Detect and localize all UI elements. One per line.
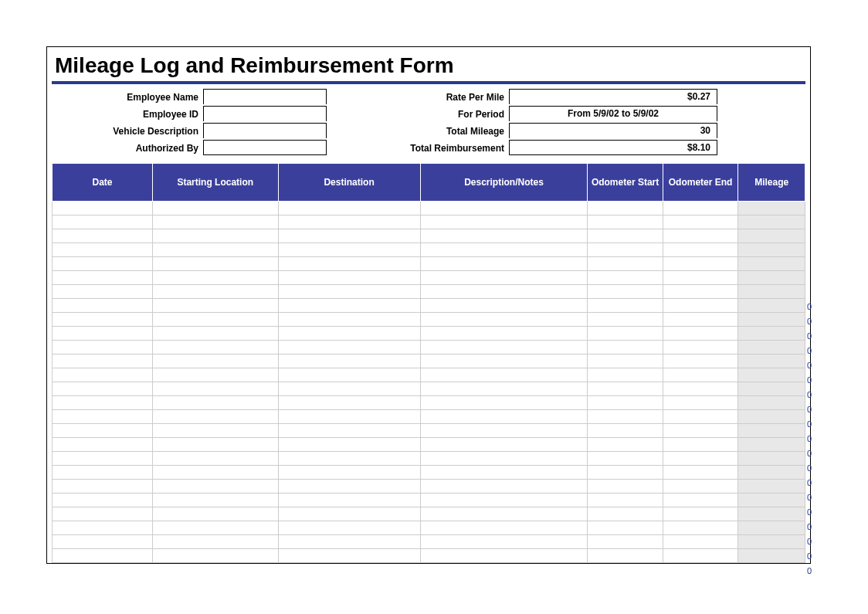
table-cell[interactable] [278,382,420,396]
table-cell[interactable] [420,480,588,494]
table-cell[interactable] [663,466,738,480]
table-cell[interactable] [53,480,153,494]
table-cell[interactable] [278,215,420,229]
table-cell[interactable] [278,202,420,215]
table-cell[interactable] [153,341,279,354]
table-cell[interactable] [153,424,279,438]
table-cell[interactable] [153,466,279,480]
table-cell[interactable] [153,396,279,410]
table-cell[interactable] [588,285,663,299]
table-cell[interactable] [53,549,153,563]
table-cell[interactable] [53,424,153,438]
table-cell[interactable] [420,202,588,215]
table-cell[interactable] [588,521,663,535]
table-cell[interactable] [153,452,279,466]
table-cell[interactable] [663,494,738,507]
table-cell[interactable] [663,368,738,382]
table-cell[interactable] [153,480,279,494]
table-cell[interactable] [53,438,153,452]
table-cell[interactable] [153,354,279,368]
table-cell[interactable] [663,396,738,410]
table-cell[interactable] [278,285,420,299]
table-cell[interactable] [278,549,420,563]
table-cell[interactable] [588,535,663,549]
table-cell[interactable] [53,466,153,480]
table-cell[interactable] [53,285,153,299]
table-cell[interactable] [153,438,279,452]
table-cell[interactable] [588,327,663,341]
table-cell[interactable] [588,257,663,271]
table-cell[interactable] [663,424,738,438]
table-cell[interactable] [420,285,588,299]
table-cell[interactable] [420,452,588,466]
table-cell[interactable] [53,521,153,535]
table-cell[interactable] [663,452,738,466]
table-cell[interactable] [278,480,420,494]
table-cell[interactable] [420,229,588,243]
table-cell[interactable] [153,257,279,271]
table-cell[interactable] [278,327,420,341]
table-cell[interactable] [588,410,663,424]
table-cell[interactable] [588,549,663,563]
table-cell[interactable] [588,494,663,507]
table-cell[interactable] [663,215,738,229]
table-cell[interactable] [588,507,663,521]
table-cell[interactable] [53,257,153,271]
table-cell[interactable] [53,299,153,313]
table-cell[interactable] [153,368,279,382]
table-cell[interactable] [663,327,738,341]
table-cell[interactable] [420,341,588,354]
table-cell[interactable] [588,341,663,354]
table-cell[interactable] [278,299,420,313]
table-cell[interactable] [588,354,663,368]
table-cell[interactable] [153,202,279,215]
table-cell[interactable] [53,452,153,466]
table-cell[interactable] [420,354,588,368]
table-cell[interactable] [420,466,588,480]
table-cell[interactable] [53,535,153,549]
table-cell[interactable] [278,452,420,466]
table-cell[interactable] [420,313,588,327]
table-cell[interactable] [153,494,279,507]
table-cell[interactable] [420,410,588,424]
table-cell[interactable] [153,271,279,285]
table-cell[interactable] [53,229,153,243]
table-cell[interactable] [663,313,738,327]
table-cell[interactable] [278,494,420,507]
table-cell[interactable] [663,299,738,313]
table-cell[interactable] [278,410,420,424]
table-cell[interactable] [663,535,738,549]
table-cell[interactable] [278,354,420,368]
table-cell[interactable] [278,368,420,382]
table-cell[interactable] [53,215,153,229]
table-cell[interactable] [278,271,420,285]
employee-name-input[interactable] [203,89,327,104]
table-cell[interactable] [663,229,738,243]
table-cell[interactable] [420,424,588,438]
table-cell[interactable] [153,535,279,549]
table-cell[interactable] [420,507,588,521]
table-cell[interactable] [588,424,663,438]
table-cell[interactable] [420,299,588,313]
table-cell[interactable] [153,382,279,396]
table-cell[interactable] [663,549,738,563]
table-cell[interactable] [663,410,738,424]
table-cell[interactable] [53,271,153,285]
table-cell[interactable] [278,535,420,549]
table-cell[interactable] [588,438,663,452]
table-cell[interactable] [153,507,279,521]
table-cell[interactable] [153,327,279,341]
table-cell[interactable] [663,202,738,215]
table-cell[interactable] [663,341,738,354]
table-cell[interactable] [420,327,588,341]
table-cell[interactable] [663,382,738,396]
table-cell[interactable] [663,521,738,535]
table-cell[interactable] [153,313,279,327]
table-cell[interactable] [588,313,663,327]
table-cell[interactable] [420,535,588,549]
table-cell[interactable] [153,299,279,313]
table-cell[interactable] [420,438,588,452]
for-period-value[interactable]: From 5/9/02 to 5/9/02 [509,106,717,121]
table-cell[interactable] [588,215,663,229]
table-cell[interactable] [588,368,663,382]
